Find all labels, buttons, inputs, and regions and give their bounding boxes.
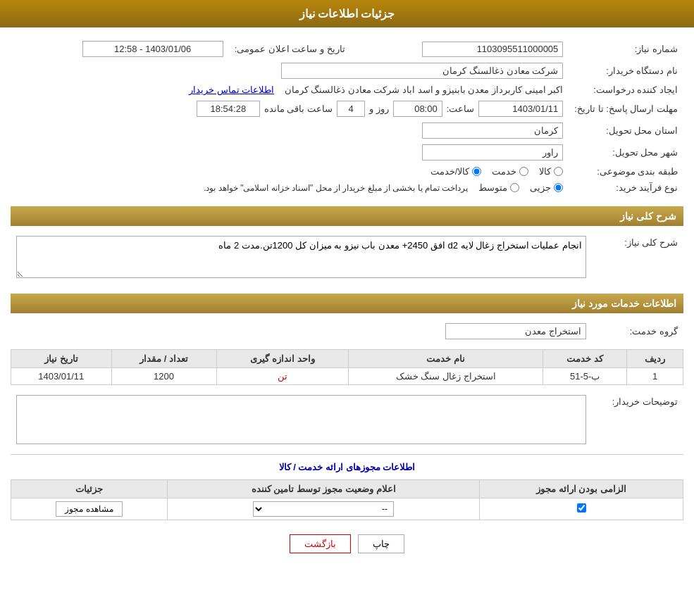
lic-required-cell <box>480 498 683 520</box>
page-wrapper: جزئیات اطلاعات نیاز شماره نیاز: 11030955… <box>0 0 694 616</box>
licenses-table: الزامی بودن ارائه مجوز اعلام وضعیت مجوز … <box>11 479 683 520</box>
purchase-mottavaset-label[interactable]: متوسط <box>478 182 519 193</box>
license-row: -- مشاهده مجوز <box>11 498 683 520</box>
purchase-jozei-text: جزیی <box>530 182 551 193</box>
need-description-textarea[interactable] <box>16 236 586 278</box>
lic-col-detail: جزئیات <box>11 480 168 498</box>
contact-link[interactable]: اطلاعات تماس خریدار <box>189 84 274 95</box>
purchase-mottavaset-radio[interactable] <box>510 183 519 192</box>
col-row: ردیف <box>627 350 683 368</box>
service-group-value: استخراج معدن <box>445 323 586 339</box>
buyer-description-label: توضیحات خریدار: <box>592 392 683 447</box>
need-number-value: 1103095511000005 <box>422 42 563 57</box>
table-row: 1 ب-5-51 استخراج زغال سنگ خشک تن 1200 14… <box>11 368 683 385</box>
deadline-remaining-label: ساعت باقی مانده <box>264 103 333 114</box>
city-value: راور <box>422 144 563 161</box>
row-unit: تن <box>216 368 349 385</box>
lic-col-required: الزامی بودن ارائه مجوز <box>480 480 683 498</box>
lic-status-select[interactable]: -- <box>253 501 394 517</box>
category-radio-group: کالا خدمت کالا/خدمت <box>16 166 563 177</box>
service-group-table: گروه خدمت: استخراج معدن <box>11 320 683 342</box>
purchase-type-label: نوع فرآیند خرید: <box>569 180 683 196</box>
row-code: ب-5-51 <box>543 368 627 385</box>
col-code: کد خدمت <box>543 350 627 368</box>
row-service-name: استخراج زغال سنگ خشک <box>349 368 543 385</box>
row-number: 1 <box>627 368 683 385</box>
deadline-time-label: ساعت: <box>447 103 475 114</box>
lic-detail-cell: مشاهده مجوز <box>11 498 168 520</box>
need-description-header-text: شرح کلی نیاز <box>620 210 676 222</box>
print-button[interactable]: چاپ <box>358 534 404 553</box>
services-data-table: ردیف کد خدمت نام خدمت واحد اندازه گیری ت… <box>11 349 683 385</box>
deadline-days-label: روز و <box>369 103 389 114</box>
top-info-table: شماره نیاز: 1103095511000005 تاریخ و ساع… <box>11 38 683 196</box>
need-number-label: شماره نیاز: <box>569 38 683 60</box>
purchase-type-radio-group: جزیی متوسط پرداخت تمام یا بخشی از مبلغ خ… <box>16 182 563 193</box>
back-button[interactable]: بازگشت <box>290 534 351 553</box>
lic-required-checkbox[interactable] <box>577 503 586 513</box>
category-kala-label[interactable]: کالا <box>539 166 563 177</box>
category-kala-khedmat-radio[interactable] <box>472 167 481 176</box>
announce-value: 1403/01/06 - 12:58 <box>82 41 223 57</box>
need-description-table: شرح کلی نیاز: // Will be populated below <box>11 233 683 283</box>
content-area: شماره نیاز: 1103095511000005 تاریخ و ساع… <box>0 27 694 578</box>
purchase-jozei-radio[interactable] <box>554 183 563 192</box>
page-title: جزئیات اطلاعات نیاز <box>0 0 694 27</box>
buyer-description-box <box>16 395 586 444</box>
category-kala-text: کالا <box>539 166 551 177</box>
category-kala-khedmat-label[interactable]: کالا/خدمت <box>430 166 482 177</box>
category-khedmat-radio[interactable] <box>519 167 528 176</box>
requester-label: ایجاد کننده درخواست: <box>569 82 683 98</box>
city-label: شهر محل تحویل: <box>569 142 683 163</box>
licenses-title: اطلاعات مجوزهای ارائه خدمت / کالا <box>279 462 416 472</box>
deadline-days: 4 <box>337 101 365 117</box>
services-section-header: اطلاعات خدمات مورد نیاز <box>11 294 683 313</box>
need-description-header: شرح کلی نیاز <box>11 206 683 226</box>
lic-col-status: اعلام وضعیت مجوز توسط تامین کننده <box>168 480 480 498</box>
category-kala-khedmat-text: کالا/خدمت <box>430 166 470 177</box>
province-label: استان محل تحویل: <box>569 120 683 142</box>
view-license-button[interactable]: مشاهده مجوز <box>56 501 122 517</box>
category-khedmat-text: خدمت <box>492 166 516 177</box>
service-group-label: گروه خدمت: <box>592 320 683 342</box>
purchase-jozei-label[interactable]: جزیی <box>530 182 563 193</box>
col-quantity: تعداد / مقدار <box>111 350 216 368</box>
lic-status-cell: -- <box>168 498 480 520</box>
category-label: طبقه بندی موضوعی: <box>569 163 683 180</box>
category-kala-radio[interactable] <box>554 167 563 176</box>
purchase-note: پرداخت تمام یا بخشی از مبلغ خریدار از مح… <box>204 183 468 193</box>
province-value: کرمان <box>422 122 563 139</box>
deadline-date: 1403/01/11 <box>478 101 563 117</box>
announce-label: تاریخ و ساعت اعلان عمومی: <box>229 38 351 60</box>
col-date: تاریخ نیاز <box>11 350 112 368</box>
services-section-header-text: اطلاعات خدمات مورد نیاز <box>572 298 676 309</box>
col-name: نام خدمت <box>349 350 543 368</box>
category-khedmat-label[interactable]: خدمت <box>492 166 528 177</box>
need-description-label: شرح کلی نیاز: <box>592 233 683 283</box>
divider <box>11 454 683 455</box>
purchase-mottavaset-text: متوسط <box>478 182 507 193</box>
requester-value: اکبر امینی کاربرداز معدن بابنیزو و اسد ا… <box>285 84 564 95</box>
col-unit: واحد اندازه گیری <box>216 350 349 368</box>
buyer-description-table: توضیحات خریدار: <box>11 392 683 447</box>
row-quantity: 1200 <box>111 368 216 385</box>
row-date: 1403/01/11 <box>11 368 112 385</box>
deadline-remaining: 18:54:28 <box>197 101 260 117</box>
footer-buttons: چاپ بازگشت <box>11 534 683 553</box>
deadline-label: مهلت ارسال پاسخ: تا تاریخ: <box>569 98 683 120</box>
buyer-station-value: شرکت معادن ذغالسنگ کرمان <box>281 63 563 79</box>
deadline-time: 08:00 <box>393 101 442 117</box>
buyer-station-label: نام دستگاه خریدار: <box>569 60 683 82</box>
licenses-header: اطلاعات مجوزهای ارائه خدمت / کالا <box>11 462 683 472</box>
